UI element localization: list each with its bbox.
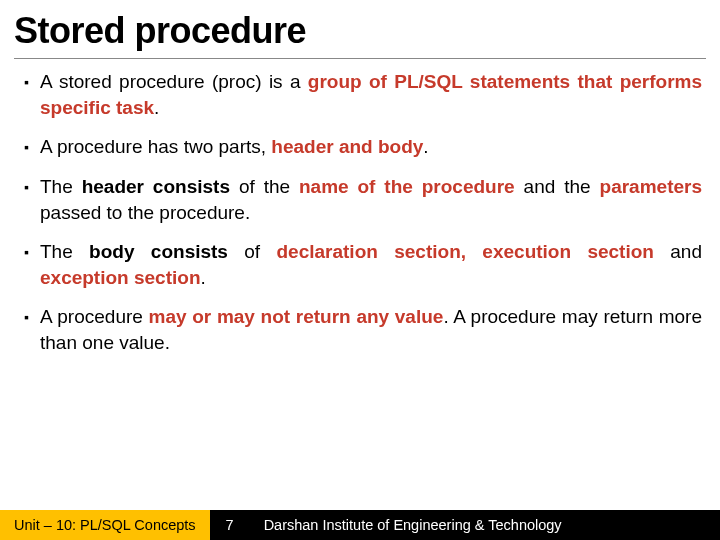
bullet-marker-icon: ▪ bbox=[24, 304, 40, 327]
footer-page-number: 7 bbox=[210, 510, 250, 540]
bullet-item: ▪A procedure has two parts, header and b… bbox=[24, 134, 702, 160]
bullet-item: ▪A stored procedure (proc) is a group of… bbox=[24, 69, 702, 120]
title-underline bbox=[14, 58, 706, 59]
slide-content: ▪A stored procedure (proc) is a group of… bbox=[0, 69, 720, 540]
bullet-marker-icon: ▪ bbox=[24, 239, 40, 262]
footer-unit: Unit – 10: PL/SQL Concepts bbox=[0, 510, 210, 540]
bullet-text: A procedure may or may not return any va… bbox=[40, 304, 702, 355]
bullet-item: ▪A procedure may or may not return any v… bbox=[24, 304, 702, 355]
bullet-marker-icon: ▪ bbox=[24, 174, 40, 197]
bullet-text: The body consists of declaration section… bbox=[40, 239, 702, 290]
slide: Stored procedure ▪A stored procedure (pr… bbox=[0, 0, 720, 540]
bullet-marker-icon: ▪ bbox=[24, 69, 40, 92]
footer: Unit – 10: PL/SQL Concepts 7 Darshan Ins… bbox=[0, 510, 720, 540]
bullet-text: A procedure has two parts, header and bo… bbox=[40, 134, 702, 160]
bullet-item: ▪The header consists of the name of the … bbox=[24, 174, 702, 225]
bullet-marker-icon: ▪ bbox=[24, 134, 40, 157]
slide-title: Stored procedure bbox=[0, 0, 720, 58]
bullet-text: A stored procedure (proc) is a group of … bbox=[40, 69, 702, 120]
bullet-text: The header consists of the name of the p… bbox=[40, 174, 702, 225]
bullet-list: ▪A stored procedure (proc) is a group of… bbox=[24, 69, 702, 356]
bullet-item: ▪The body consists of declaration sectio… bbox=[24, 239, 702, 290]
footer-institute: Darshan Institute of Engineering & Techn… bbox=[250, 510, 720, 540]
